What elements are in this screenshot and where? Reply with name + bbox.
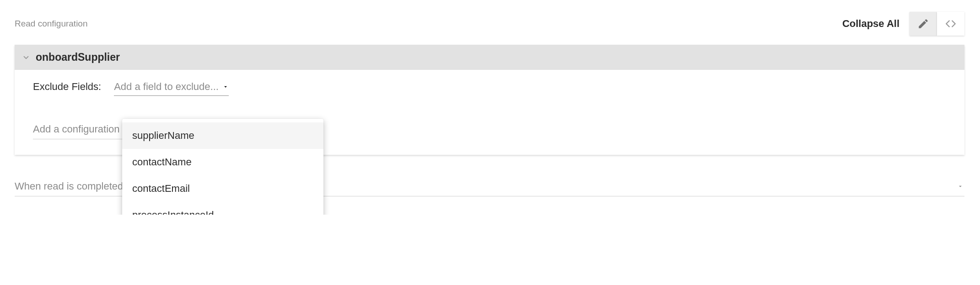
accordion-title: onboardSupplier	[36, 51, 120, 63]
add-configuration-placeholder: Add a configuration	[33, 123, 120, 135]
edit-mode-button[interactable]	[910, 12, 937, 36]
caret-down-icon	[957, 180, 964, 192]
exclude-fields-label: Exclude Fields:	[33, 81, 101, 93]
dropdown-option[interactable]: processInstanceId	[122, 202, 323, 215]
chevron-down-icon	[21, 53, 31, 62]
exclude-fields-select[interactable]: Add a field to exclude...	[114, 81, 229, 96]
dropdown-option[interactable]: supplierName	[122, 122, 323, 149]
collapse-all-button[interactable]: Collapse All	[838, 15, 904, 32]
code-mode-button[interactable]	[937, 12, 964, 36]
accordion-header[interactable]: onboardSupplier	[15, 45, 964, 70]
code-icon	[943, 18, 958, 30]
exclude-fields-placeholder: Add a field to exclude...	[114, 81, 219, 93]
exclude-fields-dropdown-menu: supplierName contactName contactEmail pr…	[122, 119, 323, 215]
caret-down-icon	[222, 81, 229, 93]
dropdown-option[interactable]: contactEmail	[122, 175, 323, 202]
dropdown-option[interactable]: contactName	[122, 149, 323, 175]
page-header: Read configuration Collapse All	[15, 11, 964, 37]
view-mode-toggle	[910, 12, 964, 36]
when-read-completed-placeholder: When read is completed	[15, 180, 123, 192]
pencil-icon	[917, 18, 929, 30]
page-title: Read configuration	[15, 19, 88, 29]
